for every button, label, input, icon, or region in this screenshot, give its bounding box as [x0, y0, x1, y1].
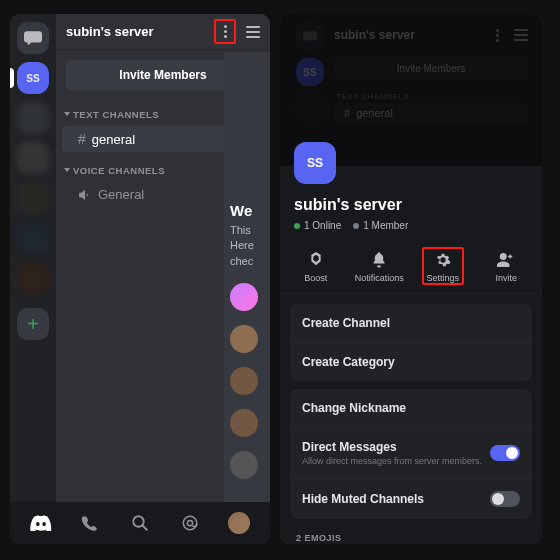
channel-content-sliver: We This Here chec — [224, 52, 270, 502]
server-settings-sheet-screen: SS subin's server Invite Members — [280, 14, 542, 544]
speaker-icon — [78, 189, 92, 201]
server-stats: 1 Online 1 Member — [294, 220, 528, 231]
server-header[interactable]: subin's server — [56, 14, 270, 50]
svg-point-3 — [187, 520, 192, 525]
sheet-server-name: subin's server — [294, 196, 528, 214]
search-icon — [131, 514, 149, 532]
phone-icon — [81, 515, 99, 531]
server-avatar-dim — [296, 94, 324, 122]
cat-text-dim: TEXT CHANNELS — [330, 86, 532, 103]
hide-muted-toggle[interactable] — [490, 491, 520, 507]
message-avatar — [230, 325, 258, 353]
server-avatar[interactable] — [17, 102, 49, 134]
invite-button[interactable]: Invite — [479, 251, 533, 283]
nav-home[interactable] — [21, 515, 61, 531]
guild-selection-indicator — [10, 68, 14, 88]
server-avatar-dim: SS — [296, 58, 324, 86]
welcome-title: We — [230, 202, 264, 219]
server-icon: SS — [294, 142, 336, 184]
dm-button-dim — [296, 22, 324, 50]
message-avatar — [230, 367, 258, 395]
nav-profile[interactable] — [219, 512, 259, 534]
server-name-label: subin's server — [66, 24, 154, 39]
notifications-button[interactable]: Notifications — [352, 251, 406, 283]
invite-icon — [497, 251, 515, 269]
server-action-sheet: SS subin's server 1 Online 1 Member Boos… — [280, 166, 542, 544]
direct-messages-item[interactable]: Direct Messages Allow direct messages fr… — [290, 427, 532, 478]
guild-bar: SS + — [10, 14, 56, 544]
server-name-dim: subin's server — [334, 28, 415, 42]
action-row: Boost Notifications Settings — [280, 243, 542, 294]
avatar — [228, 512, 250, 534]
nav-friends[interactable] — [70, 515, 110, 531]
burger-icon-dim — [514, 29, 528, 42]
svg-line-1 — [142, 525, 147, 530]
settings-button[interactable]: Settings — [416, 251, 470, 283]
direct-messages-button[interactable] — [17, 22, 49, 54]
server-avatar-selected[interactable]: SS — [17, 62, 49, 94]
kebab-icon — [218, 25, 232, 38]
gear-icon — [435, 251, 451, 269]
server-menu-button[interactable] — [214, 19, 236, 44]
menu-list: Create Channel Create Category Change Ni… — [280, 294, 542, 523]
chan-general-dim: #general — [334, 103, 528, 123]
dm-toggle[interactable] — [490, 445, 520, 461]
message-avatar — [230, 451, 258, 479]
discord-channel-list-screen: SS + subin's server Invite Members — [10, 14, 270, 544]
hash-icon: # — [78, 131, 86, 147]
message-avatar — [230, 283, 258, 311]
server-avatar[interactable] — [17, 222, 49, 254]
chat-bubble-icon — [24, 31, 42, 45]
chevron-down-icon — [64, 112, 70, 116]
nav-mentions[interactable] — [170, 514, 210, 532]
online-dot-icon — [294, 223, 300, 229]
invite-button-dim: Invite Members — [334, 56, 528, 80]
server-avatar[interactable] — [17, 262, 49, 294]
boost-button[interactable]: Boost — [289, 251, 343, 283]
member-dot-icon — [353, 223, 359, 229]
kebab-icon-dim — [490, 29, 504, 42]
boost-icon — [309, 251, 323, 269]
hide-muted-item[interactable]: Hide Muted Channels — [290, 478, 532, 519]
add-server-button[interactable]: + — [17, 308, 49, 340]
emojis-section-label: 2 EMOJIS — [280, 523, 542, 543]
server-avatar[interactable] — [17, 182, 49, 214]
message-avatar — [230, 409, 258, 437]
welcome-subtext: This Here chec — [230, 223, 264, 269]
svg-point-2 — [183, 516, 197, 530]
member-list-button[interactable] — [246, 26, 260, 38]
bottom-nav — [10, 502, 270, 544]
nav-search[interactable] — [120, 514, 160, 532]
bell-icon — [372, 251, 386, 269]
server-avatar[interactable] — [17, 142, 49, 174]
change-nickname-item[interactable]: Change Nickname — [290, 389, 532, 427]
mention-icon — [181, 514, 199, 532]
create-category-item[interactable]: Create Category — [290, 342, 532, 381]
discord-logo-icon — [30, 515, 52, 531]
chevron-down-icon — [64, 168, 70, 172]
create-channel-item[interactable]: Create Channel — [290, 304, 532, 342]
